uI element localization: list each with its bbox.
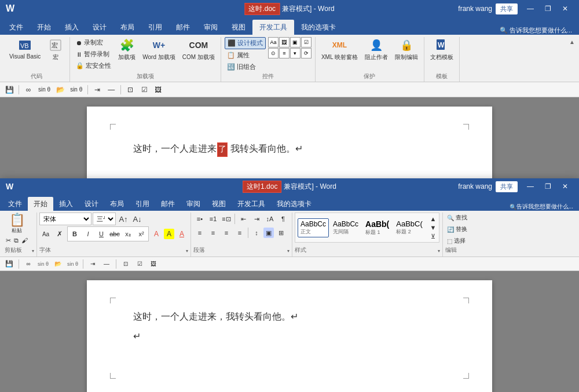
btn-bullets[interactable]: ≡•: [193, 213, 206, 225]
tab-design-2[interactable]: 设计: [79, 197, 104, 211]
btn-italic[interactable]: I: [82, 228, 94, 240]
ctrl-text[interactable]: Aa: [268, 37, 278, 47]
style-nosp[interactable]: AaBbCc 无间隔: [330, 218, 361, 237]
tab-design-1[interactable]: 设计: [86, 20, 113, 35]
tab-home-2[interactable]: 开始: [28, 197, 53, 211]
folder-btn-1[interactable]: 📂: [54, 84, 66, 96]
btn-multilevel[interactable]: ≡⊡: [220, 213, 233, 225]
btn-shading[interactable]: ▣: [263, 228, 274, 238]
btn-underline[interactable]: U: [95, 228, 108, 240]
tab-view-2[interactable]: 视图: [206, 197, 232, 211]
styles-scroll-down[interactable]: ▼: [427, 223, 439, 232]
btn-increase-indent[interactable]: ⇥: [250, 213, 263, 225]
btn-doc-template[interactable]: W 文档模板: [428, 37, 456, 63]
share-btn-1[interactable]: 共享: [496, 3, 518, 14]
btn-paste-2[interactable]: 📋 粘贴: [5, 213, 28, 236]
font-expand[interactable]: ▾: [186, 248, 188, 254]
btn-restrict-edit[interactable]: 🔒 限制编辑: [393, 37, 420, 63]
btn-show-para[interactable]: ¶: [277, 213, 290, 225]
btn-font-color[interactable]: A: [175, 228, 188, 240]
tab-view-1[interactable]: 视图: [225, 20, 252, 35]
btn-select-2[interactable]: ⬚ 选择: [445, 236, 469, 246]
collapse-ribbon-1[interactable]: ▲: [567, 37, 577, 46]
btn-highlight[interactable]: A: [164, 229, 174, 239]
btn-justify[interactable]: ≡: [233, 226, 246, 239]
btn-align-right[interactable]: ≡: [220, 226, 233, 239]
tab-review-2[interactable]: 审阅: [181, 197, 206, 211]
tab-review-1[interactable]: 审阅: [197, 20, 225, 35]
doc-text-2[interactable]: 这时，一个人走进来，我转头看向他。↵: [133, 309, 446, 324]
style-normal[interactable]: AaBbCc 正文: [298, 218, 329, 237]
btn-clear-format[interactable]: ✗: [53, 228, 66, 240]
tab-ref-1[interactable]: 引用: [141, 20, 169, 35]
ctrl-pic[interactable]: 🖼: [279, 37, 290, 47]
btn-border[interactable]: ⊞: [274, 226, 287, 239]
btn-search-2[interactable]: 🔍 查找: [445, 213, 469, 223]
btn-vba-1[interactable]: VB Visual Basic: [7, 37, 43, 61]
close-btn-1[interactable]: ✕: [557, 3, 573, 14]
save-btn-2[interactable]: 💾: [3, 258, 15, 270]
btn-block-author[interactable]: 👤 阻止作者: [362, 37, 390, 63]
checkbox-2[interactable]: ☑: [134, 258, 145, 270]
btn-cut-2[interactable]: ✂: [5, 236, 12, 245]
tab-layout-2[interactable]: 布局: [104, 197, 130, 211]
styles-scroll-up[interactable]: ▲: [427, 214, 439, 223]
font-shrink-btn[interactable]: A↓: [131, 213, 144, 225]
restore-btn-2[interactable]: ❐: [540, 181, 556, 192]
close-btn-2[interactable]: ✕: [557, 181, 573, 192]
img-btn-1[interactable]: 🖼: [152, 84, 164, 96]
ruler-2[interactable]: —: [101, 258, 112, 270]
btn-align-center[interactable]: ≡: [207, 226, 219, 239]
btn-properties[interactable]: 📋 属性: [225, 50, 266, 61]
btn-numbering[interactable]: ≡1: [207, 213, 219, 225]
ctrl-cb[interactable]: ☑: [301, 37, 312, 47]
styles-more[interactable]: ⊻: [427, 232, 439, 241]
undo-2[interactable]: ∞: [23, 258, 34, 270]
btn-align-left[interactable]: ≡: [193, 226, 206, 239]
tab-home-1[interactable]: 开始: [30, 20, 58, 35]
btn-superscript[interactable]: x²: [135, 228, 148, 240]
btn-xml-map[interactable]: XML XML 映射窗格: [319, 37, 360, 63]
ctrl-btn[interactable]: ▣: [290, 37, 301, 47]
save-btn-1[interactable]: 💾: [3, 84, 15, 96]
font-name-select[interactable]: 宋体: [39, 213, 91, 225]
tab-my-1[interactable]: 我的选项卡: [294, 20, 343, 35]
minimize-btn-2[interactable]: —: [522, 181, 538, 192]
styles-expand[interactable]: ▾: [438, 248, 440, 254]
indent-2[interactable]: ⇥: [87, 258, 98, 270]
ctrl-radio[interactable]: ⊙: [268, 48, 278, 58]
folder-2[interactable]: 📂: [52, 258, 64, 270]
tab-mail-2[interactable]: 邮件: [155, 197, 181, 211]
btn-strikethrough[interactable]: abc: [108, 228, 121, 240]
undo-btn-1[interactable]: ∞: [23, 84, 34, 96]
share-btn-2[interactable]: 共享: [496, 181, 518, 192]
clipboard-expand[interactable]: ▾: [32, 248, 34, 254]
ctrl-spin[interactable]: ⟳: [301, 48, 312, 58]
tab-insert-1[interactable]: 插入: [58, 20, 86, 35]
btn-copy-2[interactable]: ⧉: [13, 236, 20, 245]
btn-record-macro[interactable]: ⏺ 录制宏: [74, 37, 113, 48]
btn-pause-record[interactable]: ⏸ 暂停录制: [74, 49, 113, 60]
checkbox-1[interactable]: ☑: [138, 84, 150, 96]
ctrl-combo[interactable]: ▾: [290, 48, 301, 58]
btn-com-addin[interactable]: COM COM 加载项: [180, 37, 217, 63]
format-2[interactable]: ⊡: [120, 258, 131, 270]
btn-design-mode[interactable]: ⬛ 设计模式: [225, 37, 266, 49]
tab-layout-1[interactable]: 布局: [113, 20, 141, 35]
tab-dev-1[interactable]: 开发工具: [252, 20, 294, 35]
tab-file-2[interactable]: 文件: [2, 197, 28, 211]
ctrl-list[interactable]: ≡: [279, 48, 290, 58]
btn-text-effect[interactable]: A: [150, 228, 163, 240]
format-btn-1[interactable]: ⊡: [124, 84, 136, 96]
style-h1[interactable]: AaBb( 标题 1: [362, 218, 392, 238]
btn-format-paint[interactable]: 🖌: [20, 236, 29, 245]
para-expand[interactable]: ▾: [287, 248, 290, 254]
ruler-btn-1[interactable]: —: [105, 84, 117, 96]
minimize-btn-1[interactable]: —: [522, 3, 538, 14]
btn-bold[interactable]: B: [68, 228, 81, 240]
btn-line-spacing[interactable]: ↕: [250, 226, 263, 239]
btn-decrease-indent[interactable]: ⇤: [237, 213, 250, 225]
btn-sort[interactable]: ↕A: [263, 213, 276, 225]
btn-font-aa[interactable]: Aa: [39, 228, 52, 240]
style-h2[interactable]: AaBbC( 标题 2: [393, 218, 426, 237]
